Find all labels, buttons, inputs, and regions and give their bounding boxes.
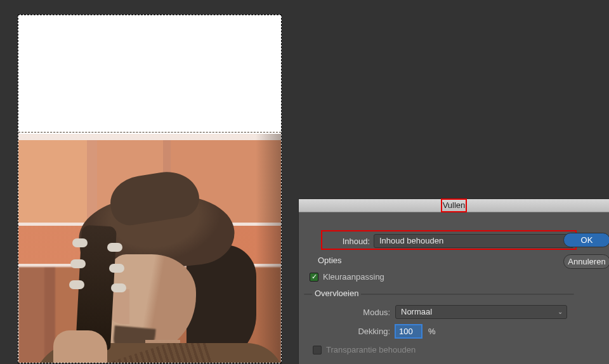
canvas-selection-area[interactable] bbox=[18, 15, 282, 363]
dialog-title: Vullen bbox=[442, 199, 467, 212]
chevron-down-icon: ⌄ bbox=[558, 306, 563, 318]
content-label: Inhoud: bbox=[324, 237, 370, 246]
fill-dialog: Vullen Inhoud: Inhoud behouden ⌄ OK Annu… bbox=[298, 198, 609, 364]
preserve-transparency-checkbox: ✓ bbox=[313, 346, 322, 354]
ok-button[interactable]: OK bbox=[563, 233, 609, 247]
cancel-button[interactable]: Annuleren bbox=[563, 254, 609, 269]
blending-legend: Overvloeien bbox=[312, 289, 361, 298]
color-adaptation-checkbox[interactable]: ✓ bbox=[310, 273, 318, 282]
opacity-label: Dekking: bbox=[330, 327, 390, 336]
opacity-unit: % bbox=[428, 327, 436, 336]
blending-fieldset: Overvloeien Modus: Normaal ⌄ Dekking: 10… bbox=[304, 294, 574, 295]
selection-divider bbox=[18, 132, 281, 133]
content-select-value: Inhoud behouden bbox=[379, 236, 443, 245]
color-adaptation-label: Kleuraanpassing bbox=[323, 272, 384, 282]
mode-select[interactable]: Normaal ⌄ bbox=[395, 305, 567, 319]
photo-content bbox=[18, 134, 281, 363]
options-section-label: Opties bbox=[318, 256, 342, 265]
mode-select-value: Normaal bbox=[401, 307, 432, 316]
content-select[interactable]: Inhoud behouden ⌄ bbox=[374, 234, 574, 248]
preserve-transparency-label: Transparantie behouden bbox=[326, 345, 416, 354]
mode-label: Modus: bbox=[330, 308, 390, 317]
opacity-input[interactable]: 100 bbox=[395, 325, 422, 338]
dialog-titlebar[interactable]: Vullen bbox=[299, 199, 609, 212]
